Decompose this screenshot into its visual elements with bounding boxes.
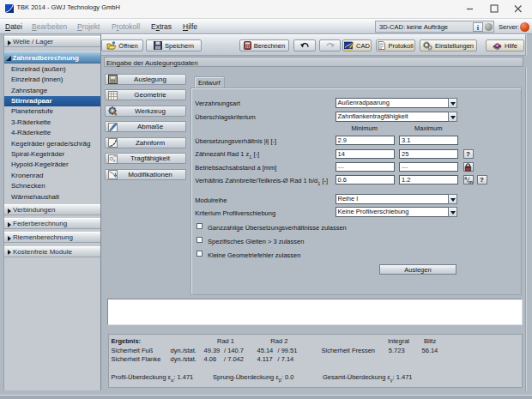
svg-text:m: m (469, 178, 473, 184)
svg-text:4: 4 (464, 176, 468, 181)
